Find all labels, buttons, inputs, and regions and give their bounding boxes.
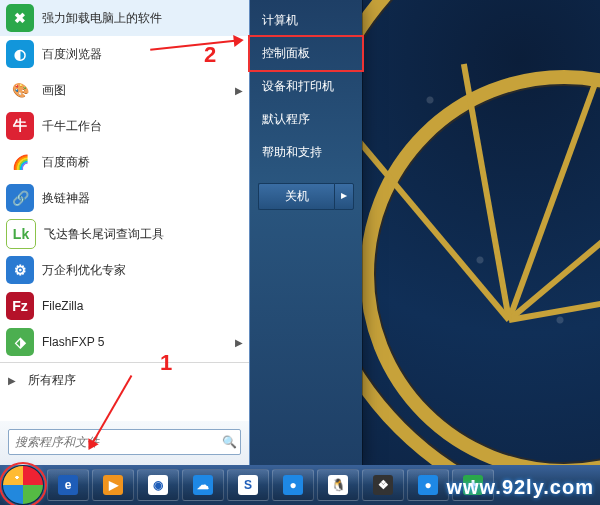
wanqili-icon: ⚙	[6, 256, 34, 284]
qianniu-icon: 牛	[6, 112, 34, 140]
start-menu-app[interactable]: 🌈百度商桥	[0, 144, 249, 180]
start-menu-app[interactable]: 牛千牛工作台	[0, 108, 249, 144]
shangqiao-icon: 🌈	[6, 148, 34, 176]
start-menu-right-item[interactable]: 帮助和支持	[250, 136, 362, 169]
feidalu-icon: Lk	[6, 219, 36, 249]
start-button[interactable]	[2, 465, 44, 505]
taskbar-button[interactable]: e	[47, 469, 89, 501]
paint-icon: 🎨	[6, 76, 34, 104]
app-label: 换链神器	[42, 190, 90, 207]
start-menu-app[interactable]: 🎨画图▶	[0, 72, 249, 108]
all-programs[interactable]: ▶ 所有程序	[0, 365, 249, 395]
watermark: www.92ly.com	[446, 476, 594, 499]
app8-icon: ❖	[373, 475, 393, 495]
app-label: 画图	[42, 82, 66, 99]
start-menu-app[interactable]: FzFileZilla	[0, 288, 249, 324]
app-label: 千牛工作台	[42, 118, 102, 135]
chrome-icon: ◉	[148, 475, 168, 495]
submenu-arrow-icon: ▶	[235, 85, 243, 96]
taskbar-button[interactable]: ◉	[137, 469, 179, 501]
search-box[interactable]: 🔍	[8, 429, 241, 455]
start-menu-app[interactable]: ✖强力卸载电脑上的软件	[0, 0, 249, 36]
app-label: 百度浏览器	[42, 46, 102, 63]
app-label: 万企利优化专家	[42, 262, 126, 279]
browser2-icon: ●	[418, 475, 438, 495]
ie-icon: e	[58, 475, 78, 495]
taskbar-button[interactable]: ▶	[92, 469, 134, 501]
uninstall-icon: ✖	[6, 4, 34, 32]
start-menu-left-pane: ✖强力卸载电脑上的软件◐百度浏览器🎨画图▶牛千牛工作台🌈百度商桥🔗换链神器Lk飞…	[0, 0, 250, 465]
start-menu-app[interactable]: ⚙万企利优化专家	[0, 252, 249, 288]
taskbar-button[interactable]: ☁	[182, 469, 224, 501]
all-programs-label: 所有程序	[28, 372, 76, 389]
chevron-right-icon: ▶	[8, 375, 16, 386]
taskbar-button[interactable]: S	[227, 469, 269, 501]
divider	[0, 362, 249, 363]
baidu-browser-icon: ◐	[6, 40, 34, 68]
link-tool-icon: 🔗	[6, 184, 34, 212]
taskbar-button[interactable]: ❖	[362, 469, 404, 501]
qq-icon: 🐧	[328, 475, 348, 495]
start-menu: ✖强力卸载电脑上的软件◐百度浏览器🎨画图▶牛千牛工作台🌈百度商桥🔗换链神器Lk飞…	[0, 0, 362, 465]
start-menu-right-item[interactable]: 计算机	[250, 4, 362, 37]
search-area: 🔍	[0, 421, 249, 465]
submenu-arrow-icon: ▶	[235, 337, 243, 348]
start-menu-app[interactable]: 🔗换链神器	[0, 180, 249, 216]
app-label: FileZilla	[42, 299, 83, 313]
app-label: FlashFXP 5	[42, 335, 104, 349]
flashfxp-icon: ⬗	[6, 328, 34, 356]
shutdown-button[interactable]: 关机	[258, 183, 334, 210]
app-label: 百度商桥	[42, 154, 90, 171]
search-icon: 🔍	[218, 435, 240, 449]
start-menu-right-item[interactable]: 设备和打印机	[250, 70, 362, 103]
qqbrowser-icon: ●	[283, 475, 303, 495]
taskbar-button[interactable]: ●	[272, 469, 314, 501]
start-menu-right-item[interactable]: 默认程序	[250, 103, 362, 136]
start-menu-app[interactable]: ⬗FlashFXP 5▶	[0, 324, 249, 360]
start-menu-app[interactable]: Lk飞达鲁长尾词查询工具	[0, 216, 249, 252]
taskbar-button[interactable]: ●	[407, 469, 449, 501]
filezilla-icon: Fz	[6, 292, 34, 320]
screen: ✖强力卸载电脑上的软件◐百度浏览器🎨画图▶牛千牛工作台🌈百度商桥🔗换链神器Lk飞…	[0, 0, 600, 505]
annotation-number-1: 1	[160, 350, 172, 376]
wmp-icon: ▶	[103, 475, 123, 495]
start-menu-right-pane: 计算机控制面板设备和打印机默认程序帮助和支持 关机 ▸	[250, 0, 362, 465]
app-label: 飞达鲁长尾词查询工具	[44, 226, 164, 243]
taskbar-button[interactable]: 🐧	[317, 469, 359, 501]
app-label: 强力卸载电脑上的软件	[42, 10, 162, 27]
annotation-number-2: 2	[204, 42, 216, 68]
shutdown-options-button[interactable]: ▸	[334, 183, 354, 210]
search-input[interactable]	[9, 435, 218, 449]
sogou-icon: S	[238, 475, 258, 495]
shutdown-group: 关机 ▸	[258, 183, 354, 210]
cloud-icon: ☁	[193, 475, 213, 495]
start-menu-right-item[interactable]: 控制面板	[250, 37, 362, 70]
